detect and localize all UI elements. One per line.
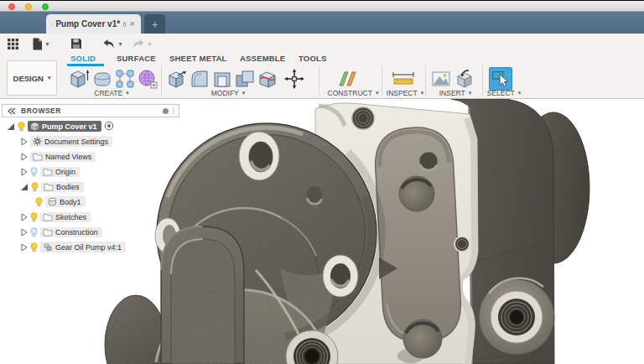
- shell-button[interactable]: [211, 67, 233, 91]
- press-pull-button[interactable]: [166, 67, 188, 91]
- browser-row-construction[interactable]: Construction: [2, 226, 179, 238]
- browser-header[interactable]: BROWSER |: [2, 104, 179, 117]
- expander-open-icon[interactable]: [20, 183, 29, 191]
- document-tab[interactable]: Pump Cover v1* ×: [46, 14, 141, 34]
- file-icon: [32, 38, 43, 50]
- sketch-nodes-icon: [114, 68, 136, 90]
- new-tab-button[interactable]: +: [144, 14, 165, 34]
- gear-cavity[interactable]: [373, 126, 462, 345]
- ribbon-separator: [482, 65, 483, 96]
- expander-closed-icon[interactable]: [20, 243, 28, 252]
- workspace-selector-design[interactable]: DESIGN ▾: [7, 60, 57, 96]
- active-tab-underline: [67, 64, 104, 66]
- select-tool-button[interactable]: [489, 67, 512, 91]
- visibility-bulb-off-icon[interactable]: [30, 167, 38, 177]
- combine-button[interactable]: [234, 67, 256, 91]
- redo-icon: [132, 39, 145, 49]
- ribbon-separator: [161, 65, 162, 96]
- expander-open-icon[interactable]: [7, 122, 15, 131]
- tab-tools[interactable]: TOOLS: [299, 54, 327, 63]
- ribbon-separator: [382, 65, 382, 96]
- tab-surface[interactable]: SURFACE: [117, 54, 156, 63]
- chevron-down-icon: ▼: [147, 41, 153, 47]
- visibility-bulb-on-icon[interactable]: [18, 122, 25, 132]
- grid-icon: [7, 38, 19, 50]
- undo-button[interactable]: ▼: [102, 37, 123, 50]
- expander-closed-icon[interactable]: [20, 213, 28, 221]
- tab-assemble[interactable]: ASSEMBLE: [240, 54, 285, 63]
- expander-closed-icon[interactable]: [20, 168, 28, 176]
- insert-mesh-button[interactable]: [454, 67, 475, 91]
- expander-closed-icon[interactable]: [20, 153, 28, 161]
- visibility-bulb-on-icon[interactable]: [30, 242, 38, 252]
- form-button[interactable]: [91, 67, 113, 91]
- chevron-down-icon: ▼: [117, 41, 123, 47]
- folder-icon: [43, 213, 53, 221]
- create-form-button[interactable]: [137, 67, 158, 91]
- folder-icon: [33, 153, 43, 161]
- body-cylinder-icon: [48, 197, 57, 206]
- gear-icon: [33, 137, 42, 146]
- save-icon: [70, 38, 82, 49]
- tab-sheet-metal[interactable]: SHEET METAL: [169, 54, 227, 63]
- folder-icon: [43, 168, 53, 176]
- visibility-bulb-on-icon[interactable]: [30, 212, 38, 222]
- fillet-button[interactable]: [189, 67, 210, 91]
- move-button[interactable]: [283, 67, 305, 91]
- visibility-bulb-on-icon[interactable]: [35, 197, 43, 207]
- group-label-create[interactable]: CREATE ▾: [94, 89, 128, 97]
- tab-solid[interactable]: SOLID: [70, 54, 96, 63]
- browser-row-bodies[interactable]: Bodies: [2, 180, 179, 193]
- folder-icon: [43, 228, 53, 237]
- group-label-construct[interactable]: CONSTRUCT ▾: [328, 89, 379, 97]
- browser-title: BROWSER: [21, 107, 61, 115]
- window-minimize-button[interactable]: [25, 3, 32, 10]
- construct-plane-button[interactable]: [337, 67, 359, 91]
- chevron-down-icon: ▾: [469, 90, 472, 96]
- group-label-modify[interactable]: MODIFY ▾: [211, 89, 246, 97]
- window-zoom-button[interactable]: [42, 3, 49, 10]
- save-button[interactable]: [70, 37, 82, 50]
- split-face-icon: [257, 68, 278, 90]
- sketch-button[interactable]: [114, 67, 136, 91]
- chevron-down-icon: ▾: [518, 90, 522, 96]
- undo-icon: [102, 39, 116, 49]
- expander-closed-icon[interactable]: [20, 138, 28, 146]
- rounded-box-icon: [91, 68, 113, 90]
- tab-close-icon[interactable]: ×: [129, 19, 136, 29]
- chevron-down-icon: ▾: [242, 90, 246, 96]
- split-face-button[interactable]: [257, 67, 278, 91]
- tree-item-pump-cover: Pump Cover v1: [28, 121, 101, 132]
- panel-options-icon[interactable]: [163, 108, 169, 114]
- chevron-down-icon: ▾: [421, 90, 424, 96]
- group-label-select[interactable]: SELECT ▾: [487, 89, 522, 97]
- browser-row-body1[interactable]: Body1: [2, 195, 179, 208]
- visibility-bulb-on-icon[interactable]: [31, 182, 39, 192]
- app-grid-button[interactable]: [7, 37, 19, 50]
- collapse-panel-icon[interactable]: [7, 107, 17, 116]
- browser-row-gear-oil-pump[interactable]: Gear Oil Pump v4:1: [2, 241, 179, 253]
- expander-closed-icon[interactable]: [20, 228, 28, 237]
- rear-port: [479, 278, 554, 355]
- activate-component-radio[interactable]: [104, 119, 114, 134]
- redo-button[interactable]: ▼: [132, 37, 153, 50]
- new-body-button[interactable]: [69, 67, 91, 91]
- browser-row-named-views[interactable]: Named Views: [2, 150, 179, 163]
- 3d-viewport[interactable]: BROWSER | Pump Cover v1: [0, 99, 644, 364]
- measure-button[interactable]: [391, 67, 416, 91]
- browser-row-document-settings[interactable]: Document Settings: [2, 135, 179, 148]
- file-menu-button[interactable]: ▼: [32, 37, 50, 50]
- window-close-button[interactable]: [8, 3, 15, 10]
- visibility-bulb-off-icon[interactable]: [30, 227, 38, 237]
- sync-status-icon: [123, 22, 125, 27]
- canvas-image-icon: [430, 68, 452, 90]
- group-label-inspect[interactable]: INSPECT ▾: [387, 89, 423, 97]
- browser-row-sketches[interactable]: Sketches: [2, 211, 179, 223]
- browser-panel: BROWSER | Pump Cover v1: [2, 104, 179, 253]
- press-pull-icon: [166, 68, 188, 90]
- chevron-down-icon: ▾: [126, 90, 129, 96]
- group-label-insert[interactable]: INSERT ▾: [439, 89, 472, 97]
- browser-row-origin[interactable]: Origin: [2, 165, 179, 178]
- browser-row-pump-cover[interactable]: Pump Cover v1: [2, 120, 179, 133]
- insert-image-button[interactable]: [430, 67, 452, 91]
